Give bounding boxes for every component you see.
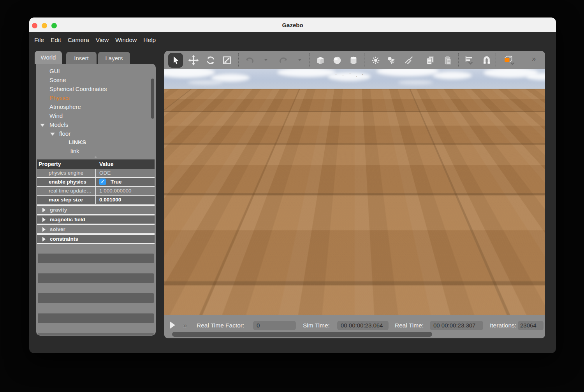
menu-window[interactable]: Window [115, 37, 137, 44]
toolbar-separator [458, 53, 459, 67]
section-gravity[interactable]: gravity [37, 205, 155, 215]
property-column-header: Property [37, 161, 96, 167]
directional-light-icon [403, 55, 414, 66]
expand-arrow-icon [42, 237, 46, 242]
paste-button[interactable] [441, 53, 454, 68]
tree-item-links[interactable]: LINKS [69, 139, 86, 147]
tab-world[interactable]: World [35, 51, 62, 64]
snap-magnet-button[interactable] [480, 53, 493, 68]
move-icon [188, 55, 199, 66]
rotate-tool-button[interactable] [204, 53, 217, 68]
tree-item-gui[interactable]: GUI [49, 68, 60, 76]
viewport-toolbar: » [164, 51, 545, 69]
table-row[interactable]: physics engine ODE [37, 169, 155, 178]
iterations-value: 23064 [518, 321, 544, 330]
empty-row [38, 313, 154, 323]
menu-help[interactable]: Help [143, 37, 156, 44]
statusbar-expand-button[interactable]: » [183, 321, 187, 330]
translate-tool-button[interactable] [187, 53, 200, 68]
menu-view[interactable]: View [96, 37, 109, 44]
body-slot [355, 172, 359, 174]
section-magnetic-field[interactable]: magnetic field [37, 215, 155, 224]
simulation-scene[interactable] [164, 69, 545, 315]
play-button[interactable] [170, 322, 175, 329]
simulation-statusbar: » Real Time Factor: 0 Sim Time: 00 00:00… [164, 315, 545, 338]
section-constraints[interactable]: constraints [37, 234, 155, 244]
paste-icon [442, 55, 453, 66]
view-angle-button[interactable] [500, 53, 517, 68]
tree-item-wind[interactable]: Wind [49, 112, 63, 121]
splitter-handle[interactable] [95, 156, 97, 158]
property-table-header: Property Value [37, 159, 155, 169]
sphere-shape-button[interactable] [331, 53, 344, 68]
rear-right-leg [365, 173, 369, 181]
cursor-icon [171, 56, 180, 65]
sim-time-value: 00 00:00:23.064 [337, 321, 389, 330]
sim-time-label: Sim Time: [303, 322, 330, 329]
value-cell: ✓ True [96, 178, 155, 186]
cloud [433, 72, 472, 79]
tree-scrollbar[interactable] [151, 79, 154, 119]
menu-file[interactable]: File [34, 37, 44, 44]
box-shape-button[interactable] [314, 53, 327, 68]
align-button[interactable] [463, 53, 476, 68]
tree-item-atmosphere[interactable]: Atmosphere [49, 103, 81, 112]
section-label: magnetic field [50, 215, 85, 224]
tree-item-scene[interactable]: Scene [49, 77, 66, 85]
toolbar-separator [496, 53, 496, 67]
tree-item-physics[interactable]: Physics [49, 94, 70, 103]
menu-edit[interactable]: Edit [51, 37, 61, 44]
menubar: File Edit Camera View Window Help [29, 32, 556, 48]
cloud [328, 72, 371, 81]
cloud [398, 80, 433, 85]
tree-item-floor[interactable]: floor [59, 130, 70, 139]
cylinder-shape-button[interactable] [347, 53, 360, 68]
property-cell: enable physics [37, 178, 96, 186]
tab-layers[interactable]: Layers [98, 52, 130, 64]
rotate-icon [205, 55, 216, 66]
leg-top [325, 180, 331, 182]
tab-insert[interactable]: Insert [66, 52, 97, 64]
tree-item-models[interactable]: Models [49, 121, 68, 130]
redo-history-button[interactable] [298, 59, 301, 61]
horizon-haze [164, 89, 545, 131]
undo-button[interactable] [243, 53, 256, 68]
collapse-arrow-icon[interactable] [50, 133, 55, 136]
enable-physics-checkbox[interactable]: ✓ [99, 178, 106, 185]
drone-bottom-tray [346, 184, 357, 189]
directional-light-button[interactable] [402, 53, 415, 68]
tree-item-spherical-coordinates[interactable]: Spherical Coordinates [49, 86, 107, 94]
cloud [188, 80, 223, 85]
quadcopter-model[interactable] [308, 157, 395, 204]
screen: Gazebo File Edit Camera View Window Help… [0, 0, 584, 392]
undo-history-button[interactable] [264, 59, 267, 61]
copy-button[interactable] [424, 53, 437, 68]
speckle [362, 74, 363, 75]
redo-button[interactable] [277, 53, 290, 68]
collapse-arrow-icon[interactable] [40, 124, 45, 127]
align-icon [464, 55, 475, 66]
table-row[interactable]: max step size 0.001000 [37, 196, 155, 205]
section-solver[interactable]: solver [37, 224, 155, 234]
select-tool-button[interactable] [168, 53, 183, 68]
menu-camera[interactable]: Camera [68, 37, 89, 44]
checkbox-label: True [111, 178, 122, 186]
iterations-label: Iterations: [490, 322, 516, 329]
spot-light-button[interactable] [385, 53, 398, 68]
scale-tool-button[interactable] [220, 53, 234, 68]
value-cell[interactable]: 1 000.000000 [96, 187, 155, 195]
value-cell[interactable]: ODE [96, 169, 155, 177]
tree-item-link[interactable]: link [70, 148, 79, 156]
section-label: constraints [50, 235, 78, 243]
horizontal-scrollbar[interactable] [172, 332, 432, 337]
floor-x-smudge [303, 256, 369, 299]
panel-bottom-bar [38, 333, 154, 335]
toolbar-overflow-button[interactable]: » [532, 54, 536, 63]
expand-arrow-icon [42, 217, 46, 222]
section-label: solver [50, 225, 65, 233]
world-panel: GUI Scene Spherical Coordinates Physics … [36, 64, 156, 336]
value-cell[interactable]: 0.001000 [96, 196, 155, 204]
table-row[interactable]: real time update… 1 000.000000 [37, 187, 155, 196]
point-light-button[interactable] [369, 53, 382, 68]
table-row[interactable]: enable physics ✓ True [37, 178, 155, 187]
